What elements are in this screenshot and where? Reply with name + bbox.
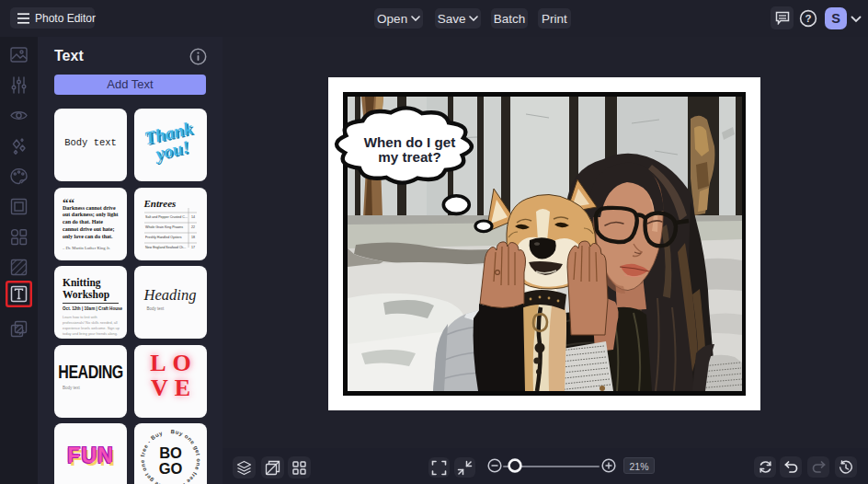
svg-text:When do I get: When do I get [364,134,456,150]
svg-text:BO: BO [159,444,182,461]
svg-text:?: ? [805,13,811,24]
svg-text:22: 22 [191,225,195,229]
svg-text:Whole Grain King Prawns: Whole Grain King Prawns [145,225,183,229]
svg-text:14: 14 [191,215,195,219]
svg-text:GO: GO [158,460,182,477]
svg-text:New England Seafood Ch...: New England Seafood Ch... [145,246,186,249]
svg-text:my treat?: my treat? [378,149,440,165]
svg-text:17: 17 [191,246,195,249]
svg-text:Freshly Handled Oysters: Freshly Handled Oysters [145,236,182,239]
svg-text:Salt and Pepper Crusted C...: Salt and Pepper Crusted C... [145,215,188,219]
svg-text:18: 18 [191,236,195,239]
